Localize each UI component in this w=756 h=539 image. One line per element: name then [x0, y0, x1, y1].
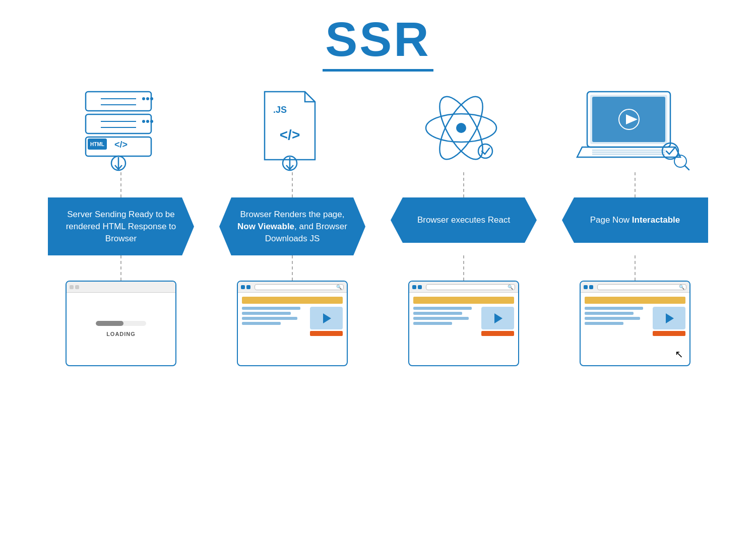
video-thumb-2 [310, 307, 343, 336]
window-btn-4 [246, 285, 250, 289]
box-4: Page Now Interactable [562, 197, 708, 243]
svg-text:</>: </> [114, 140, 128, 150]
content-line-4c [585, 317, 640, 320]
box-3: Browser executes React [391, 197, 537, 243]
loading-bar [96, 321, 146, 326]
window-btn-6 [418, 285, 422, 289]
svg-point-6 [146, 97, 149, 100]
box-3-text: Browser executes React [417, 214, 510, 226]
browser-content-3 [409, 293, 518, 340]
content-mid-3 [413, 307, 514, 336]
loading-bar-fill [96, 321, 123, 326]
box-4-bold: Interactable [632, 215, 680, 225]
bottom-connector-4 [635, 255, 636, 281]
play-btn-4 [666, 313, 674, 323]
svg-rect-0 [86, 92, 151, 111]
browser-search-bar-4: 🔍 [597, 284, 686, 290]
content-lines-2 [242, 307, 307, 336]
window-btn-1 [70, 285, 74, 289]
col-2-box-col: Browser Renders the page, Now Viewable, … [207, 197, 378, 255]
col-4-box-col: Page Now Interactable [549, 197, 721, 255]
box-1-text: Server Sending Ready to be rendered HTML… [62, 209, 180, 244]
react-atom-icon-area [416, 82, 512, 177]
search-icon-mini-4: 🔍 [679, 285, 684, 290]
browser-topbar-2: 🔍 [238, 282, 347, 293]
svg-point-10 [142, 120, 145, 123]
col-3-bottom: 🔍 [378, 281, 549, 366]
svg-point-11 [146, 120, 149, 123]
content-line-3a [413, 307, 472, 310]
col-1: HTML </> [35, 82, 207, 177]
video-thumb-3 [481, 307, 514, 336]
svg-rect-1 [86, 114, 151, 133]
content-line-4a [585, 307, 643, 310]
svg-text:.JS: .JS [273, 105, 287, 115]
page-title: SSR [0, 15, 756, 63]
content-line-3c [413, 317, 469, 320]
content-bar-3 [413, 297, 514, 304]
video-play-area-4 [653, 307, 685, 329]
box-1: Server Sending Ready to be rendered HTML… [48, 197, 194, 255]
play-btn-3 [494, 313, 502, 323]
col-2-bottom: 🔍 [207, 281, 378, 366]
browser-topbar-3: 🔍 [409, 282, 518, 293]
content-bar-4 [585, 297, 685, 304]
js-file-icon: .JS </> [252, 87, 333, 172]
svg-line-37 [685, 166, 689, 170]
window-btn-3 [241, 285, 245, 289]
content-line-3d [413, 322, 452, 325]
content-line-4b [585, 312, 634, 315]
laptop-icon [577, 87, 693, 172]
content-line-2c [242, 317, 297, 320]
browser-mock-loading: LOADING [66, 281, 176, 366]
svg-point-25 [456, 123, 466, 133]
col-2-bottom-connector [207, 255, 378, 281]
js-file-icon-area: .JS </> [252, 82, 333, 177]
box-2-bold: Now Viewable [237, 222, 294, 231]
browser-mock-interactable: 🔍 [580, 281, 690, 366]
loading-text: LOADING [106, 331, 136, 337]
window-btn-8 [589, 285, 593, 289]
svg-text:HTML: HTML [90, 142, 104, 147]
svg-point-12 [150, 120, 153, 123]
content-lines-4 [585, 307, 650, 336]
content-line-2d [242, 322, 281, 325]
browser-topbar-1 [67, 282, 175, 293]
svg-point-5 [142, 97, 145, 100]
content-line-2b [242, 312, 291, 315]
browser-mock-react: 🔍 [408, 281, 519, 366]
browser-mocks-row: LOADING 🔍 [25, 281, 731, 366]
col-4-bottom-connector [549, 255, 721, 281]
box-2: Browser Renders the page, Now Viewable, … [219, 197, 365, 255]
col-3-bottom-connector [378, 255, 549, 281]
col-4-bottom: 🔍 [549, 281, 721, 366]
browser-search-bar-3: 🔍 [426, 284, 515, 290]
icons-row: HTML </> .JS [25, 82, 731, 177]
browser-topbar-4: 🔍 [581, 282, 689, 293]
window-btn-7 [584, 285, 588, 289]
video-play-area-2 [310, 307, 343, 329]
bottom-connector-2 [292, 255, 293, 281]
svg-text:</>: </> [280, 127, 300, 143]
react-atom-icon [416, 87, 512, 172]
content-lines-3 [413, 307, 478, 336]
play-btn-2 [323, 313, 331, 323]
content-mid-4 [585, 307, 685, 336]
html-stack-icon: HTML </> [71, 87, 171, 172]
boxes-row: Server Sending Ready to be rendered HTML… [25, 197, 731, 255]
col-1-bottom: LOADING [35, 281, 207, 366]
loading-screen: LOADING [67, 293, 175, 365]
window-btn-5 [412, 285, 416, 289]
video-thumb-4 [653, 307, 685, 336]
box-4-text: Page Now Interactable [590, 214, 680, 226]
svg-point-7 [150, 97, 153, 100]
window-btn-2 [75, 285, 79, 289]
svg-point-26 [478, 144, 492, 158]
laptop-icon-area [577, 82, 693, 177]
box-2-pre: Browser Renders the page, [240, 210, 345, 219]
orange-bar-2 [310, 331, 343, 336]
browser-content-2 [238, 293, 347, 340]
bottom-connectors-row [25, 255, 731, 281]
bottom-connector-1 [120, 255, 121, 281]
browser-mock-viewable: 🔍 [237, 281, 348, 366]
